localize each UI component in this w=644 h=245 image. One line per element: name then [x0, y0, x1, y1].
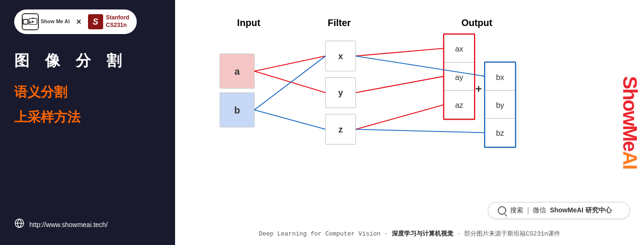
stanford-s-icon: S [88, 14, 103, 29]
sidebar: Show Me Al × S StanfordCS231n 图 像 分 割 语义… [0, 0, 175, 245]
output-label: Output [461, 18, 493, 28]
main-content: Input Filter Output a b x y z ax ay az [175, 0, 644, 245]
search-channel: 微信 [533, 206, 546, 215]
times-sign: × [76, 17, 81, 27]
svg-marker-1 [32, 20, 35, 23]
search-bold-text: ShowMeAI 研究中心 [550, 206, 612, 215]
watermark-text: ShowMeAI [618, 76, 641, 169]
website-icon [14, 218, 25, 231]
svg-rect-2 [32, 18, 34, 19]
section-title: 图 像 分 割 [14, 51, 161, 71]
plus-sign: + [475, 83, 482, 95]
filter-label-x: x [338, 52, 343, 61]
line-x-ax [356, 48, 444, 56]
output-label-bz: bz [496, 129, 504, 137]
website-url[interactable]: http://www.showmeai.tech/ [29, 221, 108, 228]
showmeai-logo: Show Me Al [22, 13, 70, 30]
showmeai-text: Show Me Al [41, 18, 70, 25]
filter-label: Filter [327, 18, 351, 28]
search-bar[interactable]: 搜索 | 微信 ShowMeAI 研究中心 [488, 202, 630, 219]
input-label-a: a [235, 66, 240, 77]
output-label-ay: ay [455, 73, 464, 81]
line-z-bz [356, 129, 485, 132]
line-z-az [356, 105, 444, 129]
output-label-ax: ax [455, 44, 464, 53]
watermark: ShowMeAI [616, 0, 644, 245]
website-row: http://www.showmeai.tech/ [14, 218, 161, 236]
output-label-bx: bx [496, 73, 504, 81]
footer-end: · 部分图片来源于斯坦福CS231n课件 [453, 230, 560, 237]
showmeai-icon [22, 13, 39, 30]
line-b-z [255, 110, 326, 129]
line-a-y [255, 71, 326, 93]
subtitle2: 上采样方法 [14, 108, 161, 126]
footer-regular: Deep Learning for Computer Vision · [259, 230, 392, 237]
line-b-x [255, 56, 326, 110]
footer-text: Deep Learning for Computer Vision · 深度学习… [259, 229, 560, 238]
subtitle1: 语义分割 [14, 83, 161, 101]
search-label: 搜索 [510, 206, 523, 215]
stanford-text: StanfordCS231n [106, 14, 129, 29]
output-label-by: by [496, 101, 504, 109]
output-label-az: az [455, 101, 463, 109]
line-y-ay [356, 76, 444, 93]
filter-label-y: y [338, 88, 344, 97]
logo-area: Show Me Al × S StanfordCS231n [14, 9, 137, 34]
footer-bold: 深度学习与计算机视觉 [392, 230, 453, 237]
input-label: Input [237, 18, 260, 28]
search-divider: | [527, 206, 529, 215]
input-label-b: b [234, 105, 240, 115]
stanford-logo: S StanfordCS231n [88, 14, 129, 29]
filter-label-z: z [338, 125, 343, 134]
search-icon [498, 206, 506, 215]
